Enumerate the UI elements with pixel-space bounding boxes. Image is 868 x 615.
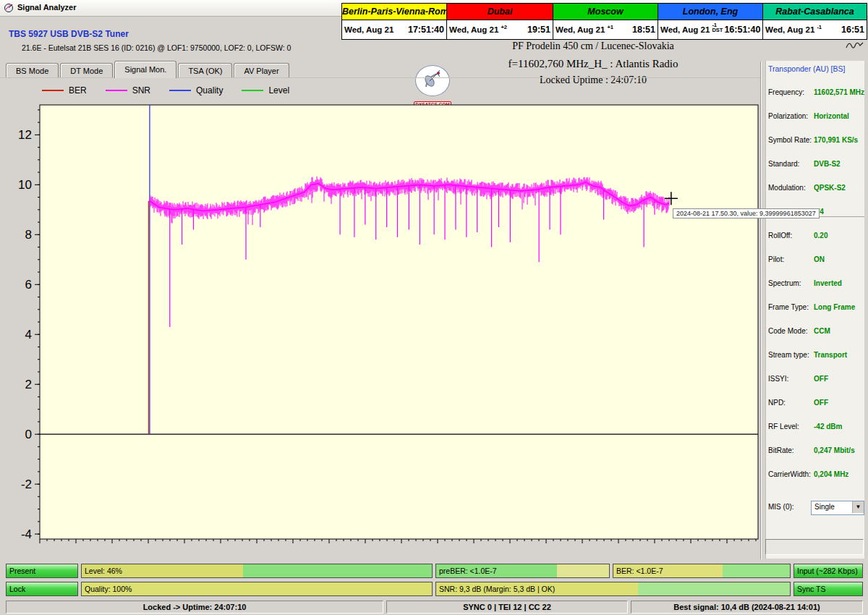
tab-av-player[interactable]: AV Player <box>234 63 289 78</box>
status-bar-ber: BER: <1.0E-7 <box>613 564 791 578</box>
clock-date: Wed, Aug 21 <box>765 25 814 34</box>
clock-city: London, Eng <box>658 4 762 20</box>
transponder-field-row: Modulation:QPSK-S2 <box>766 184 864 194</box>
transponder-field-row: NPD:OFF <box>766 399 864 409</box>
field-label: BitRate: <box>768 446 794 454</box>
bar-segments <box>82 582 432 595</box>
statusbar-lock-uptime: Locked -> Uptime: 24:07:10 <box>6 601 383 614</box>
clock-time-row: Wed, Aug 21-116:51 <box>763 20 867 39</box>
status-label: SNR: 9,3 dB (Margin: 5,3 dB | OK) <box>439 582 555 595</box>
tab-signal-mon-[interactable]: Signal Mon. <box>114 61 176 78</box>
clock-offset: -1DST <box>712 22 723 33</box>
field-label: Symbol Rate: <box>768 136 812 144</box>
legend-item-level: Level <box>242 85 289 96</box>
clock-time-row: Wed, Aug 21+118:51 <box>553 20 658 39</box>
status-row-2: LockQuality: 100%SNR: 9,3 dB (Margin: 5,… <box>0 582 868 596</box>
chart-plot-area[interactable] <box>40 105 758 539</box>
field-value: 0.20 <box>814 232 827 239</box>
mis-label: MIS (0): <box>768 503 794 511</box>
status-indicator-lock: Lock <box>6 582 78 596</box>
legend-swatch <box>169 90 191 91</box>
y-axis-label: 0 <box>25 428 32 441</box>
clock-time-row: Wed, Aug 2117:51:40 <box>342 20 446 39</box>
y-axis-label: 10 <box>18 178 32 192</box>
transponder-field-row: RollOff:0.20 <box>766 232 864 242</box>
chevron-down-icon[interactable]: ▼ <box>852 501 864 513</box>
dxsatcs-logo-icon <box>415 65 450 96</box>
clock-time: 16:51 <box>841 25 864 35</box>
status-label: Input (~282 Kbps) <box>797 564 858 577</box>
transponder-field-row: ISSYI:OFF <box>766 375 864 385</box>
mis-dropdown[interactable]: Single ▼ <box>811 501 864 515</box>
status-label: BER: <1.0E-7 <box>616 564 663 577</box>
transponder-field-row: Symbol Rate:170,991 KS/s <box>766 136 864 146</box>
clock-time: 16:51:40 <box>724 25 760 35</box>
clock-offset: +1 <box>607 25 613 30</box>
transponder-field-row: Spectrum:Inverted <box>766 279 864 289</box>
status-label: Lock <box>9 582 25 595</box>
field-label: Spectrum: <box>768 279 801 287</box>
clock-time-row: Wed, Aug 21-1DST16:51:40 <box>658 20 762 39</box>
field-value: CCM <box>814 327 830 335</box>
field-value: 0,204 MHz <box>814 470 848 478</box>
field-label: Pilot: <box>768 255 784 263</box>
frequency-channel-label: f=11602,760 MHz_H_ : Atlantis Radio <box>405 58 781 70</box>
mis-row: MIS (0): Single ▼ <box>766 501 864 515</box>
field-value: Transport <box>814 351 847 359</box>
field-value: 11602,571 MHz <box>814 88 864 96</box>
legend-swatch <box>106 90 127 91</box>
tuner-name-link[interactable]: TBS 5927 USB DVB-S2 Tuner <box>9 29 129 39</box>
window-title: Signal Analyzer <box>17 3 77 12</box>
signal-chart[interactable]: -4-2024681012 <box>0 101 764 557</box>
field-value: QPSK-S2 <box>814 184 846 192</box>
status-indicator-sync: Sync TS <box>793 582 863 596</box>
bar-segment <box>82 582 432 595</box>
field-label: Frame Type: <box>768 303 809 311</box>
legend-label: SNR <box>132 85 150 96</box>
bar-segment <box>243 564 432 577</box>
transponder-field-row: Pilot:ON <box>766 255 864 266</box>
locked-uptime-label: Locked Uptime : 24:07:10 <box>405 75 781 86</box>
y-axis-ticks <box>35 110 40 534</box>
tab-dt-mode[interactable]: DT Mode <box>60 63 113 78</box>
clock-offset: +2 <box>501 25 507 30</box>
transponder-field-row: BitRate:0,247 Mbit/s <box>766 446 864 457</box>
clock-time: 19:51 <box>527 25 550 35</box>
legend-item-snr: SNR <box>106 85 150 96</box>
clock-city: Berlin-Paris-Vienna-Roma <box>342 4 446 20</box>
tuner-details: 21.6E - Eutelsat 21B SES 16 (ID: 0216) @… <box>22 43 291 52</box>
status-indicator-present: Present <box>6 564 78 578</box>
status-bar-snr: SNR: 9,3 dB (Margin: 5,3 dB | OK) <box>435 582 791 596</box>
status-label: Present <box>9 564 35 577</box>
legend-label: Quality <box>196 85 223 96</box>
field-value: Horizontal <box>814 112 849 120</box>
clock-city: Dubai <box>447 4 553 20</box>
transponder-field-row: Stream type:Transport <box>766 351 864 361</box>
legend-swatch <box>242 90 263 91</box>
mis-dropdown-value: Single <box>814 503 835 511</box>
clock-panel: MoscowWed, Aug 21+118:51 <box>553 4 658 39</box>
field-label: CarrierWidth: <box>768 470 811 478</box>
tab-tsa-ok-[interactable]: TSA (OK) <box>178 63 232 78</box>
chart-tooltip: 2024-08-21 17.50.30, value: 9,3999996185… <box>673 208 820 219</box>
field-value: 170,991 KS/s <box>814 136 858 144</box>
status-bar: Locked -> Uptime: 24:07:10 SYNC 0 | TEI … <box>0 601 868 615</box>
field-value: Long Frame <box>814 303 855 311</box>
clock-city: Rabat-Casablanca <box>763 4 867 20</box>
status-bar-quality: Quality: 100% <box>81 582 433 596</box>
transponder-panel-title: Transponder (AU) [BS] <box>768 64 845 73</box>
field-label: Modulation: <box>768 184 806 192</box>
y-axis-label: 6 <box>25 278 32 292</box>
clock-date: Wed, Aug 21 <box>660 25 710 34</box>
field-value: ON <box>814 255 825 263</box>
clock-date: Wed, Aug 21 <box>344 25 393 34</box>
clock-offset: -1 <box>817 25 822 30</box>
world-clocks: Berlin-Paris-Vienna-RomaWed, Aug 2117:51… <box>341 3 867 40</box>
y-axis-label: 12 <box>18 128 32 142</box>
tab-bs-mode[interactable]: BS Mode <box>6 63 59 78</box>
bar-segments <box>82 564 432 577</box>
field-value: DVB-S2 <box>814 160 841 168</box>
bar-segment <box>723 564 790 577</box>
x-axis-ticks <box>40 539 756 543</box>
transponder-field-row: Polarization:Horizontal <box>766 112 864 122</box>
